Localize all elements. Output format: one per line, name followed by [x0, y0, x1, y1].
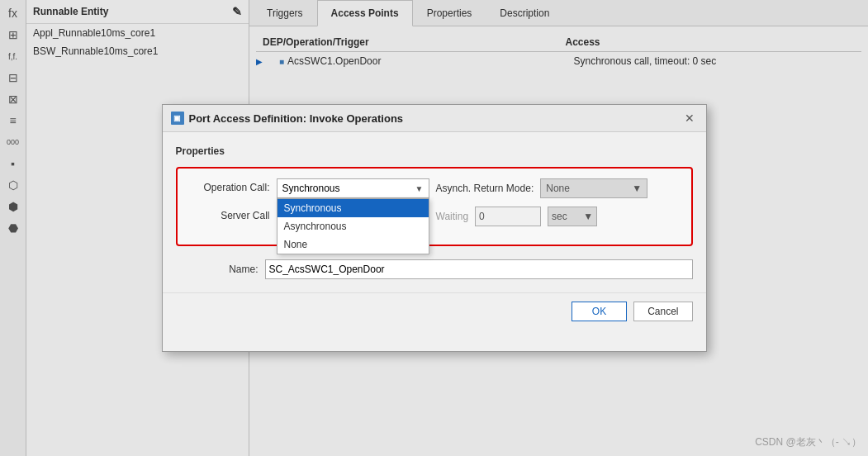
- async-dropdown-arrow-icon: ▼: [632, 183, 642, 194]
- operation-call-row: Operation Call: Synchronous ▼ Synchronou…: [187, 178, 681, 198]
- dialog-icon: ▣: [171, 112, 184, 125]
- dropdown-menu: Synchronous Asynchronous None: [277, 198, 429, 254]
- dialog-titlebar: ▣ Port Access Definition: Invoke Operati…: [163, 105, 706, 132]
- dialog: ▣ Port Access Definition: Invoke Operati…: [162, 104, 707, 352]
- ok-button[interactable]: OK: [572, 302, 627, 321]
- waiting-label: Waiting: [436, 211, 469, 222]
- operation-call-dropdown[interactable]: Synchronous ▼: [277, 178, 429, 198]
- waiting-input[interactable]: [475, 207, 541, 226]
- dropdown-item-synchronous[interactable]: Synchronous: [277, 199, 429, 217]
- dropdown-selected-value: Synchronous: [282, 183, 340, 194]
- dropdown-item-none[interactable]: None: [277, 235, 429, 254]
- dropdown-item-asynchronous[interactable]: Asynchronous: [277, 217, 429, 235]
- async-return-value: None: [546, 183, 570, 194]
- operation-call-label: Operation Call:: [187, 178, 270, 193]
- properties-box: Operation Call: Synchronous ▼ Synchronou…: [176, 167, 693, 246]
- operation-call-controls: Synchronous ▼ Synchronous Asynchronous N…: [277, 178, 681, 198]
- name-label: Name:: [176, 264, 259, 275]
- dropdown-arrow-icon: ▼: [415, 184, 424, 193]
- dialog-footer: OK Cancel: [163, 292, 706, 330]
- sec-value: sec: [552, 211, 567, 222]
- dialog-title-left: ▣ Port Access Definition: Invoke Operati…: [171, 112, 404, 125]
- name-row: Name:: [176, 259, 693, 279]
- name-input[interactable]: [265, 259, 693, 279]
- dialog-title: Port Access Definition: Invoke Operation…: [189, 112, 404, 125]
- close-button[interactable]: ✕: [681, 110, 698, 126]
- server-call-label: Server Call: [187, 207, 270, 221]
- sec-dropdown[interactable]: sec ▼: [548, 207, 597, 226]
- sec-dropdown-arrow-icon: ▼: [583, 211, 593, 222]
- async-return-dropdown[interactable]: None ▼: [540, 178, 647, 198]
- operation-call-dropdown-wrapper: Synchronous ▼ Synchronous Asynchronous N…: [277, 178, 429, 198]
- cancel-button[interactable]: Cancel: [633, 302, 692, 321]
- dialog-content: Properties Operation Call: Synchronous ▼: [163, 132, 706, 292]
- properties-section-label: Properties: [176, 145, 693, 157]
- server-call-row: Server Call Waiting sec ▼: [187, 207, 681, 226]
- async-return-label: Asynch. Return Mode:: [436, 183, 534, 194]
- dialog-overlay: ▣ Port Access Definition: Invoke Operati…: [0, 0, 868, 456]
